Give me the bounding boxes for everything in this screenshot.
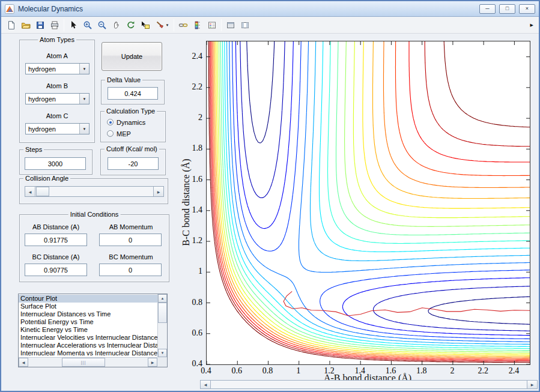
rotate-icon (126, 20, 136, 30)
vscroll-thumb[interactable] (158, 303, 167, 323)
scroll-down-button[interactable]: ▼ (158, 349, 167, 357)
bottom-scroll-right-button[interactable]: ▶ (527, 381, 537, 388)
bc-distance-input[interactable]: 0.90775 (25, 264, 87, 276)
collision-angle-label: Collision Angle (23, 175, 70, 182)
save-button[interactable] (33, 18, 47, 32)
list-item[interactable]: Internuclear Accelerations vs Internucle… (19, 342, 157, 349)
steps-group: Steps 3000 (19, 149, 93, 175)
rotate-3d-button[interactable] (124, 18, 138, 32)
y-tick-label: 0.4 (181, 359, 202, 369)
brush-button[interactable]: ▼ (153, 18, 172, 32)
contour-line (208, 41, 530, 363)
scroll-right-button[interactable]: ▶ (148, 358, 157, 367)
slider-right-arrow[interactable]: ▶ (153, 187, 163, 196)
y-tick-label: 1.4 (181, 205, 202, 215)
print-button[interactable] (47, 18, 62, 32)
atom-b-select[interactable]: hydrogen ▼ (25, 93, 89, 104)
ab-distance-input[interactable]: 0.91775 (25, 234, 87, 246)
list-item[interactable]: Internuclear Momenta vs Internuclear Dis… (19, 349, 157, 357)
maximize-button[interactable]: □ (499, 4, 515, 14)
cutoff-input[interactable]: -20 (108, 157, 159, 170)
dropdown-arrow-icon[interactable]: ▼ (79, 124, 89, 134)
list-item[interactable]: Kinetic Energy vs Time (19, 326, 157, 334)
open-file-button[interactable] (19, 18, 33, 32)
open-folder-icon (21, 20, 31, 30)
zoom-in-button[interactable] (80, 18, 95, 32)
radio-dynamics[interactable]: Dynamics (107, 116, 163, 128)
listbox-vscrollbar[interactable]: ▲ ▼ (157, 294, 167, 357)
ab-momentum-input[interactable]: 0 (99, 234, 162, 246)
dropdown-arrow-icon[interactable]: ▼ (79, 94, 89, 104)
radio-label: MEP (117, 130, 131, 137)
pan-button[interactable] (109, 18, 124, 32)
contour-line (217, 41, 530, 354)
list-item[interactable]: Contour Plot (19, 295, 157, 303)
x-tick-label: 1.2 (318, 366, 340, 376)
toolbar-overflow-icon[interactable]: ▶ (530, 23, 533, 28)
y-tick-label: 1.2 (181, 236, 202, 246)
dropdown-arrow-icon[interactable]: ▼ (79, 64, 89, 74)
listbox-hscrollbar[interactable]: ◀ ||| ▶ (19, 357, 157, 367)
slider-left-arrow[interactable]: ◀ (25, 187, 35, 196)
window-controls: ─ □ × (476, 4, 535, 14)
zoom-out-button[interactable] (95, 18, 109, 32)
y-tick-label: 1.6 (181, 175, 202, 184)
slider-thumb[interactable] (36, 187, 49, 196)
hscroll-thumb[interactable]: ||| (62, 358, 105, 367)
hscroll-track[interactable]: ||| (28, 358, 148, 367)
list-item[interactable]: Potential Energy vs Time (19, 318, 157, 326)
contour-line (240, 41, 530, 331)
bottom-scroll-left-button[interactable]: ◀ (201, 381, 211, 388)
insert-colorbar-button[interactable] (190, 18, 205, 32)
titlebar[interactable]: Molecular Dynamics ─ □ × (1, 1, 539, 17)
calculation-type-options: DynamicsMEP (107, 116, 163, 140)
bc-momentum-input[interactable]: 0 (99, 264, 162, 276)
calculation-type-group: Calculation Type DynamicsMEP (100, 111, 166, 142)
steps-input[interactable]: 3000 (25, 157, 86, 170)
bottom-scrollbar[interactable]: ◀ ▶ (200, 380, 538, 389)
scrollbar-corner (157, 357, 167, 367)
toolbar-separator (174, 19, 174, 31)
y-tick-label: 0.8 (181, 298, 202, 307)
show-plot-tools-button[interactable] (238, 18, 252, 32)
close-button[interactable]: × (519, 4, 535, 14)
ab-distance-label: AB Distance (A) (21, 223, 91, 231)
radio-mep[interactable]: MEP (107, 128, 163, 139)
collision-angle-slider[interactable]: ◀ ▶ (25, 186, 164, 197)
minimize-button[interactable]: ─ (479, 4, 496, 14)
contour-line (210, 41, 530, 361)
app-icon (5, 4, 14, 14)
link-plot-button[interactable] (176, 18, 190, 32)
matlab-figure-icon (5, 4, 14, 14)
legend-icon (207, 20, 217, 30)
slider-track[interactable] (35, 187, 153, 196)
contour-line (232, 41, 530, 339)
delta-value-input[interactable]: 0.424 (108, 87, 158, 100)
x-tick-label: 1.8 (411, 366, 432, 376)
delta-value-label: Delta Value (105, 76, 142, 83)
contour-plot[interactable] (207, 41, 530, 364)
hide-plot-tools-button[interactable] (223, 18, 238, 32)
vscroll-track[interactable] (158, 303, 167, 349)
plot-type-listbox[interactable]: Contour PlotSurface PlotInternuclear Dis… (18, 294, 168, 367)
insert-legend-button[interactable] (205, 18, 219, 32)
edit-plot-button[interactable] (66, 18, 80, 32)
scroll-up-button[interactable]: ▲ (158, 294, 167, 303)
update-button[interactable]: Update (102, 42, 162, 71)
calculation-type-label: Calculation Type (105, 107, 157, 115)
ab-momentum-label: AB Momentum (96, 223, 166, 231)
contour-line (211, 41, 530, 360)
chain-link-icon (178, 20, 188, 30)
list-item[interactable]: Internuclear Velocities vs Internuclear … (19, 334, 157, 342)
hand-icon (112, 20, 121, 30)
bottom-scroll-track[interactable] (211, 381, 527, 388)
list-item[interactable]: Surface Plot (19, 303, 157, 310)
new-figure-button[interactable] (4, 18, 19, 32)
radio-icon (107, 119, 114, 125)
scroll-left-button[interactable]: ◀ (19, 358, 28, 367)
list-item[interactable]: Internuclear Distances vs Time (19, 310, 157, 318)
atom-a-select[interactable]: hydrogen ▼ (25, 63, 89, 74)
data-cursor-button[interactable] (138, 18, 153, 32)
atom-b-value: hydrogen (26, 94, 79, 104)
atom-c-select[interactable]: hydrogen ▼ (25, 123, 89, 134)
